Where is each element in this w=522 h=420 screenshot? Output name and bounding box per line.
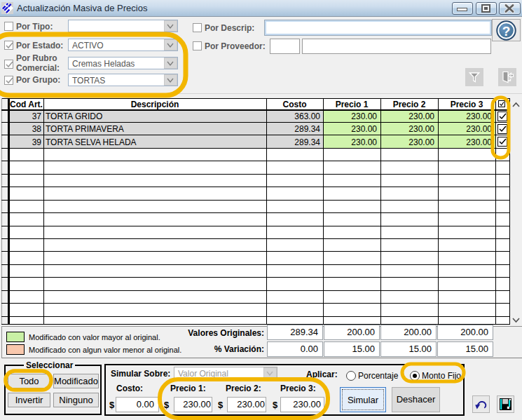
svg-text:?: ? <box>502 24 511 39</box>
